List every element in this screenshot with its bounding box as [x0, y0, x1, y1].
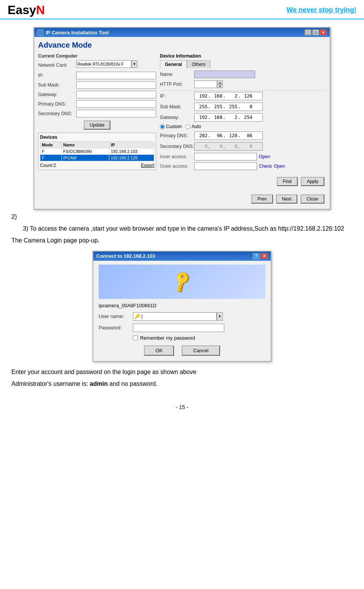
outer-open-link[interactable]: Open: [274, 164, 285, 169]
ok-button[interactable]: OK: [144, 345, 174, 356]
password-input[interactable]: [133, 324, 224, 332]
device-primary-dns-field[interactable]: 202. 96. 128. 86: [194, 132, 263, 140]
secondary-dns-input[interactable]: [76, 110, 156, 117]
devices-table: Mode Name IP FFS/D13BM166I192.168.2.103F…: [40, 141, 154, 161]
cancel-button[interactable]: Cancel: [182, 345, 220, 356]
device-ip-field[interactable]: 192. 168. 2. 126: [194, 92, 263, 100]
table-row[interactable]: FFS/D13BM166I192.168.2.103: [40, 148, 154, 155]
radio-row: Custom Auto: [160, 124, 326, 129]
network-card-label: Network Card:: [38, 63, 76, 68]
devices-label: Devices: [40, 135, 154, 140]
enter-account-text: Enter your account and password on the l…: [11, 367, 353, 377]
submask-input[interactable]: 255.255.255.0: [76, 81, 156, 89]
inner-open-link[interactable]: Open: [259, 154, 270, 159]
outer-access-row: Outer access: http://hkjg.easyn.hk Check…: [160, 162, 326, 170]
admin-text: Administrator's username is: admin and n…: [11, 379, 353, 389]
dialog-body: Advance Mode Current Computer Network Ca…: [34, 37, 330, 209]
device-primary-dns-label: Primary DNS:: [160, 133, 194, 138]
submask-seg-4: 0: [241, 104, 252, 109]
camera-login-text: The Camera Login page pop-up.: [11, 236, 353, 246]
dialog-title: IP Camera Installation Tool: [46, 30, 109, 35]
gateway-input[interactable]: 192.168.2.254: [76, 91, 156, 98]
spinner-down[interactable]: ▼: [217, 84, 223, 88]
network-card-input[interactable]: [76, 60, 131, 68]
admin-text-after: and no password.: [108, 380, 158, 387]
close-button[interactable]: Close: [300, 194, 324, 204]
close-title-button[interactable]: ✕: [320, 29, 327, 35]
gateway-label: Gateway:: [38, 92, 76, 97]
prev-button[interactable]: Prev: [251, 194, 273, 204]
device-ip-label: IP :: [160, 93, 194, 99]
device-primary-dns-row: Primary DNS: 202. 96. 128. 86: [160, 132, 326, 140]
remember-row: Remember my password: [133, 335, 265, 341]
network-card-row: Network Card: ▼: [38, 60, 156, 70]
export-link[interactable]: Export: [141, 163, 154, 168]
device-gateway-field[interactable]: 192. 168. 2. 254: [194, 113, 263, 122]
submask-row: Sub Mask: 255.255.255.0: [38, 81, 156, 89]
secondary-dns-row: Secondary DNS:: [38, 110, 156, 117]
update-button[interactable]: Update: [84, 120, 111, 130]
device-info-label: Device Information: [160, 53, 326, 59]
pdns-seg-2: 96: [211, 133, 222, 138]
spinner-arrows: ▲ ▼: [217, 80, 223, 88]
inner-access-input[interactable]: http://192.168.2.126:102: [194, 153, 257, 160]
outer-access-input[interactable]: http://hkjg.easyn.hk: [194, 162, 257, 170]
login-close-button[interactable]: ✕: [261, 253, 268, 259]
auto-radio-item[interactable]: Auto: [185, 124, 201, 129]
secondary-dns-label: Secondary DNS:: [38, 111, 76, 116]
key-icon: 🔑: [169, 269, 195, 294]
minimize-button[interactable]: _: [305, 29, 311, 35]
advance-mode-title: Advance Mode: [38, 41, 326, 50]
dialog-footer-nav: Prev Next Close: [160, 193, 326, 205]
device-count: Count:2: [40, 163, 56, 168]
submask-seg-3: 255: [226, 104, 237, 109]
device-name-label: Name:: [160, 72, 194, 77]
username-input[interactable]: [133, 312, 217, 321]
logo: EasyN: [8, 3, 45, 17]
gw-seg-3: 2: [226, 115, 237, 120]
spinner-up[interactable]: ▲: [217, 80, 223, 84]
device-submask-row: Sub Mask: 255. 255. 255. 0: [160, 103, 326, 111]
sdns-seg-1: 0: [196, 144, 208, 149]
gw-seg-2: 168: [211, 115, 222, 120]
custom-radio-item[interactable]: Custom: [160, 124, 182, 129]
tab-others[interactable]: Others: [187, 60, 211, 68]
inner-access-label: Inner access:: [160, 154, 194, 159]
maximize-button[interactable]: □: [312, 29, 319, 35]
page-number: - 15 -: [176, 404, 188, 410]
gw-seg-4: 254: [241, 115, 252, 120]
auto-radio[interactable]: [185, 124, 190, 129]
table-row[interactable]: FIPCAM192.168.2.126: [40, 155, 154, 161]
device-submask-field[interactable]: 255. 255. 255. 0: [194, 103, 263, 111]
dialog-titlebar-controls[interactable]: _ □ ✕: [305, 29, 327, 35]
username-dropdown[interactable]: ▼: [217, 312, 223, 321]
primary-dns-input[interactable]: 202.96.128.86: [76, 100, 156, 108]
submask-seg-2: 255: [211, 104, 222, 109]
outer-check-link[interactable]: Check: [259, 164, 272, 169]
http-port-input[interactable]: 102: [194, 80, 217, 88]
table-cell-mode: F: [40, 155, 62, 161]
col-mode: Mode: [40, 142, 62, 148]
device-name-input[interactable]: IPCAM: [194, 71, 255, 78]
count-export-row: Count:2 Export: [40, 163, 154, 168]
table-cell-mode: F: [40, 148, 62, 155]
next-button[interactable]: Next: [276, 194, 298, 204]
remember-checkbox[interactable]: [133, 335, 138, 340]
help-button[interactable]: ?: [253, 253, 260, 259]
step3-text: 3) To access the camera ,start your web …: [23, 224, 353, 233]
login-body: 🔑 ipcamera_00A8F100661D User name: ▼ Pas…: [93, 261, 271, 361]
device-secondary-dns-row: Secondary DNS: 0, 0, 0, 0: [160, 142, 326, 151]
login-dialog-title: Connect to 192.168.2.103: [96, 253, 155, 259]
find-button[interactable]: Find: [277, 177, 298, 186]
login-dialog: Connect to 192.168.2.103 ? ✕ 🔑 ipcamera_…: [93, 251, 271, 362]
username-input-wrap: ▼: [133, 312, 223, 321]
network-card-dropdown[interactable]: ▼: [131, 60, 137, 68]
tab-general[interactable]: General: [160, 60, 187, 68]
sdns-seg-2: 0: [211, 144, 222, 149]
apply-button[interactable]: Apply: [301, 177, 324, 186]
current-computer-label: Current Computer: [38, 53, 156, 59]
ip-input[interactable]: 192.168.2.27: [76, 72, 156, 79]
inner-access-row: Inner access: http://192.168.2.126:102 O…: [160, 153, 326, 160]
submask-seg-1: 255: [196, 104, 208, 109]
custom-radio[interactable]: [160, 124, 165, 129]
